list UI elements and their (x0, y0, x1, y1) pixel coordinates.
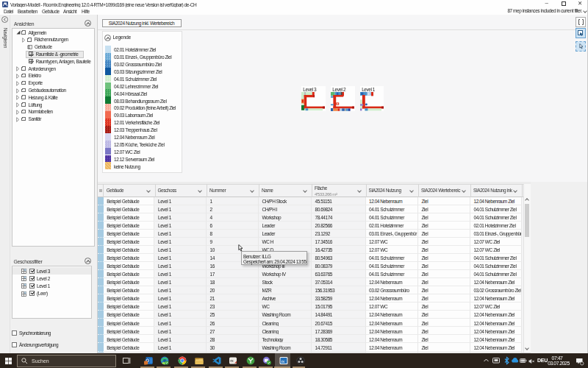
svg-text:rx: rx (230, 358, 234, 363)
svg-text:rx: rx (282, 359, 285, 364)
